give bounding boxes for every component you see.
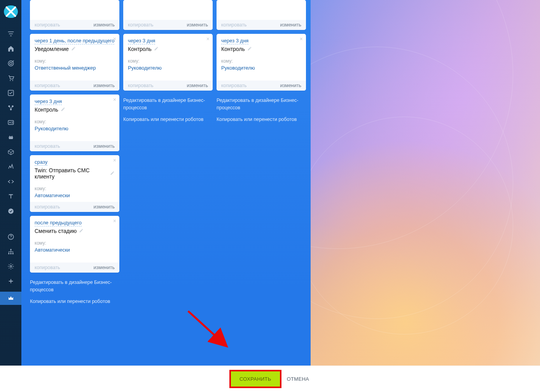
card-to-label: кому:	[221, 58, 301, 64]
checkbox-icon[interactable]	[7, 89, 15, 97]
pencil-icon[interactable]	[79, 228, 84, 234]
edit-link[interactable]: изменить	[187, 22, 208, 28]
svg-point-19	[12, 253, 13, 254]
robot-card: ×через 3 дняКонтролькому:Руководителюкоп…	[30, 94, 119, 151]
card-timing[interactable]: через 3 дня	[35, 98, 62, 105]
gear-icon[interactable]	[7, 262, 15, 271]
edit-link[interactable]: изменить	[94, 144, 115, 149]
footer-bar: СОХРАНИТЬ ОТМЕНА	[0, 366, 540, 392]
robot-card: копироватьизменить	[30, 0, 119, 30]
nodes-icon[interactable]	[7, 103, 15, 112]
edit-link[interactable]: изменить	[94, 83, 115, 88]
edit-link[interactable]: изменить	[280, 22, 301, 28]
copy-robots-link[interactable]: Копировать или перенести роботов	[217, 116, 306, 123]
pencil-icon[interactable]	[154, 46, 159, 52]
save-button[interactable]: СОХРАНИТЬ	[231, 371, 280, 387]
card-close-icon[interactable]: ×	[113, 36, 116, 42]
edit-link[interactable]: изменить	[187, 83, 208, 88]
copy-link[interactable]: копировать	[221, 22, 247, 28]
card-to-value[interactable]: Руководителю	[128, 65, 208, 71]
cart-icon[interactable]	[7, 74, 15, 82]
svg-point-12	[11, 137, 12, 138]
card-to-value[interactable]: Автоматически	[35, 247, 115, 253]
crown-icon[interactable]	[0, 292, 21, 305]
card-to-label: кому:	[35, 119, 115, 124]
svg-point-16	[10, 249, 11, 250]
close-button[interactable]	[4, 5, 18, 18]
robot-card: копироватьизменить	[217, 0, 306, 30]
svg-point-20	[10, 266, 12, 268]
card-title: Контроль	[221, 46, 301, 52]
edit-link[interactable]: изменить	[94, 204, 115, 210]
copy-link[interactable]: копировать	[35, 144, 60, 149]
svg-point-15	[10, 238, 11, 239]
card-close-icon[interactable]: ×	[113, 218, 116, 224]
card-close-icon[interactable]: ×	[206, 36, 210, 42]
card-to-value[interactable]: Руководителю	[35, 126, 115, 131]
card-title: Уведомление	[35, 46, 115, 52]
android-icon[interactable]	[7, 133, 15, 142]
contact-icon[interactable]	[7, 118, 15, 127]
copy-robots-link[interactable]: Копировать или перенести роботов	[123, 116, 213, 123]
code-icon[interactable]	[7, 177, 15, 186]
card-to-value[interactable]: Автоматически	[35, 192, 115, 198]
filter-icon[interactable]	[7, 30, 15, 38]
chart-icon[interactable]	[7, 163, 15, 171]
card-timing[interactable]: через 3 дня	[128, 38, 155, 44]
edit-link[interactable]: изменить	[280, 83, 301, 88]
designer-link[interactable]: Редактировать в дизайнере Бизнес-процесс…	[30, 279, 119, 294]
svg-rect-8	[8, 121, 14, 125]
svg-rect-10	[9, 136, 13, 139]
card-to-label: кому:	[35, 240, 115, 246]
copy-link[interactable]: копировать	[128, 22, 154, 28]
copy-link[interactable]: копировать	[35, 83, 60, 88]
robot-card: ×через 1 день, после предыдущегоУведомле…	[30, 34, 119, 91]
card-title: Сменить стадию	[35, 228, 115, 234]
card-timing[interactable]: через 3 дня	[221, 38, 248, 44]
card-to-label: кому:	[128, 58, 208, 64]
svg-point-1	[10, 62, 12, 65]
card-close-icon[interactable]: ×	[300, 36, 303, 42]
copy-robots-link[interactable]: Копировать или перенести роботов	[30, 298, 119, 305]
pencil-icon[interactable]	[110, 171, 115, 176]
robots-panel: копироватьизменить×через 1 день, после п…	[21, 0, 311, 366]
robot-card: ×сразуTwin: Отправить СМС клиентукому:Ав…	[30, 155, 119, 212]
edit-link[interactable]: изменить	[94, 22, 115, 28]
edit-link[interactable]: изменить	[94, 265, 115, 270]
pencil-icon[interactable]	[61, 107, 65, 112]
robot-card: ×после предыдущегоСменить стадиюкому:Авт…	[30, 216, 119, 273]
plus-icon[interactable]	[7, 277, 15, 285]
help-icon[interactable]	[7, 233, 15, 241]
card-close-icon[interactable]: ×	[113, 158, 116, 163]
pencil-icon[interactable]	[247, 46, 252, 52]
card-timing[interactable]: сразу	[35, 159, 47, 166]
card-to-label: кому:	[35, 186, 115, 191]
sitemap-icon[interactable]	[7, 247, 15, 256]
copy-link[interactable]: копировать	[35, 22, 60, 28]
card-title: Twin: Отправить СМС клиенту	[35, 167, 115, 180]
card-to-value[interactable]: Ответственный менеджер	[35, 65, 115, 71]
card-timing[interactable]: через 1 день, после предыдущего	[35, 38, 114, 44]
check-circle-icon[interactable]	[7, 207, 15, 215]
pencil-icon[interactable]	[71, 46, 76, 52]
copy-link[interactable]: копировать	[128, 83, 154, 88]
card-title: Контроль	[35, 107, 115, 113]
card-title: Контроль	[128, 46, 208, 52]
target-icon[interactable]	[7, 59, 15, 68]
robot-card: ×через 3 дняКонтролькому:Руководителюкоп…	[123, 34, 213, 91]
box-icon[interactable]	[7, 148, 15, 156]
home-icon[interactable]	[7, 44, 15, 53]
copy-link[interactable]: копировать	[35, 204, 60, 210]
card-to-label: кому:	[35, 58, 115, 64]
svg-point-18	[10, 253, 11, 254]
card-to-value[interactable]: Руководителю	[221, 65, 301, 71]
text-icon[interactable]	[7, 192, 15, 201]
copy-link[interactable]: копировать	[35, 265, 60, 270]
copy-link[interactable]: копировать	[221, 83, 247, 88]
card-close-icon[interactable]: ×	[113, 97, 116, 102]
cancel-button[interactable]: ОТМЕНА	[287, 376, 309, 382]
card-timing[interactable]: после предыдущего	[35, 220, 82, 226]
bg-arc	[295, 117, 513, 334]
designer-link[interactable]: Редактировать в дизайнере Бизнес-процесс…	[123, 97, 213, 112]
designer-link[interactable]: Редактировать в дизайнере Бизнес-процесс…	[217, 97, 306, 112]
